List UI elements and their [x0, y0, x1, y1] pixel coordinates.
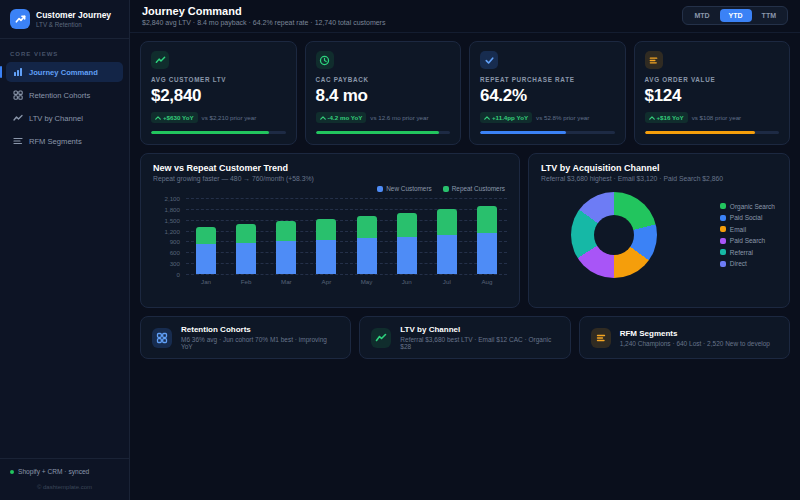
bar-column [437, 198, 457, 274]
donut-legend-item: Direct [720, 260, 775, 267]
bar-segment-new [437, 235, 457, 274]
legend-swatch [720, 203, 726, 209]
bar-segment-new [236, 243, 256, 274]
gridline [186, 274, 507, 275]
donut-legend-item: Organic Search [720, 203, 775, 210]
kpi-card-repeat-rate: REPEAT PURCHASE RATE 64.2% +11.4pp YoY v… [469, 41, 626, 145]
y-tick-label: 300 [170, 260, 180, 267]
sidebar-section-label: CORE VIEWS [0, 39, 129, 62]
panel-title: New vs Repeat Customer Trend [153, 163, 507, 173]
y-tick-label: 600 [170, 249, 180, 256]
kpi-progress-track [316, 131, 451, 134]
kpi-card-avg-order-value: AVG ORDER VALUE $124 +$16 YoY vs $108 pr… [634, 41, 791, 145]
kpi-label: REPEAT PURCHASE RATE [480, 76, 615, 83]
bar-segment-repeat [276, 221, 296, 241]
range-button-mtd[interactable]: MTD [685, 9, 718, 22]
panel-title: LTV by Acquisition Channel [541, 163, 777, 173]
kpi-value: $124 [645, 86, 780, 106]
bar-segment-repeat [236, 224, 256, 242]
caret-up-icon [155, 115, 161, 121]
bar-segment-repeat [397, 213, 417, 237]
rows-icon [645, 51, 663, 69]
trend-line-icon [13, 113, 23, 123]
panel-ltv-by-channel: LTV by Acquisition Channel Referral $3,6… [528, 153, 790, 308]
bar-column [276, 198, 296, 274]
shortcut-card-retention-cohorts[interactable]: Retention Cohorts M6 36% avg · Jun cohor… [140, 316, 351, 359]
copyright: © dashtemplate.com [10, 484, 119, 490]
x-tick-label: Apr [316, 278, 336, 285]
shortcut-subtitle: 1,240 Champions · 640 Lost · 2,520 New t… [620, 340, 770, 347]
rows-icon [13, 136, 23, 146]
kpi-compare: vs $2,210 prior year [202, 114, 257, 121]
x-tick-label: Mar [276, 278, 296, 285]
legend-swatch [377, 186, 383, 192]
kpi-delta-badge: +$16 YoY [645, 112, 688, 123]
x-tick-label: May [357, 278, 377, 285]
bar-segment-repeat [196, 227, 216, 244]
x-tick-label: Jul [437, 278, 457, 285]
donut-chart [571, 192, 657, 278]
shortcut-card-rfm-segments[interactable]: RFM Segments 1,240 Champions · 640 Lost … [579, 316, 790, 359]
page-title: Journey Command [142, 5, 385, 17]
shortcut-card-ltv-by-channel[interactable]: LTV by Channel Referral $3,680 best LTV … [359, 316, 570, 359]
bar-column [397, 198, 417, 274]
bar-segment-repeat [316, 219, 336, 240]
bar-chart-xaxis: JanFebMarAprMayJunJulAug [186, 278, 507, 285]
sidebar-item-label: Journey Command [29, 68, 98, 77]
kpi-value: $2,840 [151, 86, 286, 106]
bar-column [477, 198, 497, 274]
bar-segment-new [316, 240, 336, 274]
bar-chart-plot [186, 198, 507, 274]
caret-up-icon [484, 115, 490, 121]
kpi-value: 64.2% [480, 86, 615, 106]
sidebar-item-ltv-by-channel[interactable]: LTV by Channel [6, 108, 123, 128]
sync-status-label: Shopify + CRM · synced [18, 468, 89, 475]
bar-segment-new [397, 237, 417, 274]
y-tick-label: 1,200 [165, 227, 180, 234]
y-tick-label: 2,100 [165, 195, 180, 202]
bar-chart-icon [13, 67, 23, 77]
kpi-progress-fill [316, 131, 440, 134]
grid-icon [152, 328, 172, 348]
shortcut-subtitle: M6 36% avg · Jun cohort 70% M1 best · im… [181, 336, 339, 350]
bar-chart-legend: New Customers Repeat Customers [153, 185, 505, 192]
kpi-meta: +$16 YoY vs $108 prior year [645, 112, 780, 123]
kpi-compare: vs 52.8% prior year [536, 114, 589, 121]
donut-legend-item: Referral [720, 249, 775, 256]
trend-up-icon [10, 9, 30, 29]
x-tick-label: Jun [397, 278, 417, 285]
status-dot-icon [10, 470, 14, 474]
kpi-value: 8.4 mo [316, 86, 451, 106]
kpi-card-avg-ltv: AVG CUSTOMER LTV $2,840 +$630 YoY vs $2,… [140, 41, 297, 145]
range-button-ttm[interactable]: TTM [753, 9, 785, 22]
legend-swatch [720, 215, 726, 221]
shortcut-title: LTV by Channel [400, 325, 558, 334]
kpi-delta-badge: +11.4pp YoY [480, 112, 532, 123]
bar-chart-yaxis: 2,1001,8001,5001,2009006003000 [153, 198, 180, 274]
kpi-delta-badge: -4.2 mo YoY [316, 112, 367, 123]
app-window: Customer Journey LTV & Retention CORE VI… [0, 0, 800, 500]
sync-status: Shopify + CRM · synced [10, 468, 119, 475]
kpi-compare: vs 12.6 mo prior year [370, 114, 428, 121]
donut-legend-item: Paid Search [720, 237, 775, 244]
bar-segment-new [477, 233, 497, 274]
range-button-ytd[interactable]: YTD [720, 9, 752, 22]
sidebar-item-rfm-segments[interactable]: RFM Segments [6, 131, 123, 151]
sidebar-item-label: RFM Segments [29, 137, 82, 146]
shortcut-title: RFM Segments [620, 329, 770, 338]
y-tick-label: 1,800 [165, 205, 180, 212]
bar-segment-new [276, 241, 296, 274]
donut-legend-item: Email [720, 226, 775, 233]
kpi-card-cac-payback: CAC PAYBACK 8.4 mo -4.2 mo YoY vs 12.6 m… [305, 41, 462, 145]
bar-column [357, 198, 377, 274]
brand-subtitle: LTV & Retention [36, 21, 111, 28]
kpi-meta: +11.4pp YoY vs 52.8% prior year [480, 112, 615, 123]
content: AVG CUSTOMER LTV $2,840 +$630 YoY vs $2,… [130, 33, 800, 367]
sidebar-item-journey-command[interactable]: Journey Command [6, 62, 123, 82]
caret-up-icon [649, 115, 655, 121]
sidebar-item-retention-cohorts[interactable]: Retention Cohorts [6, 85, 123, 105]
sidebar: Customer Journey LTV & Retention CORE VI… [0, 0, 130, 500]
kpi-progress-track [645, 131, 780, 134]
sidebar-footer: Shopify + CRM · synced © dashtemplate.co… [0, 458, 129, 500]
kpi-progress-fill [480, 131, 566, 134]
